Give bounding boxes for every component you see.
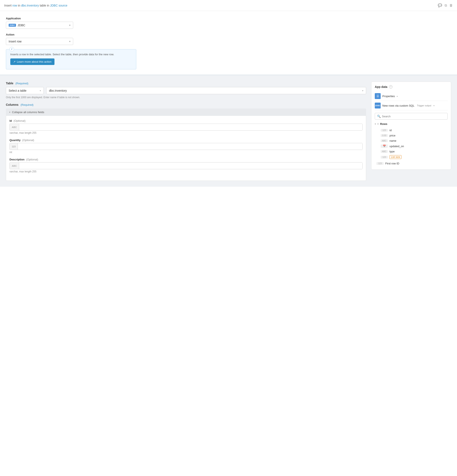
table-label: Table (Required) [6, 82, 366, 85]
info-icon: i [9, 47, 14, 51]
description-optional-label: (Optional) [26, 158, 38, 161]
id-optional-label: (Optional) [13, 119, 26, 122]
rows-triangle-icon: ▾ [375, 123, 376, 125]
table-type-select[interactable]: Select a table ▾ [6, 87, 44, 94]
data-item-id[interactable]: 123 id [375, 128, 448, 133]
data-item-type[interactable]: ABC type [375, 149, 448, 154]
collapse-label: Collapse all columns fields [12, 110, 44, 114]
columns-container: Id (Optional) ABC varchar, max length 25… [6, 116, 366, 181]
copy-icon[interactable]: ⧉ [445, 4, 447, 7]
table-required-badge: (Required) [15, 82, 28, 85]
learn-more-label: Learn more about this action [17, 60, 52, 63]
id-input-wrapper: ABC [9, 124, 362, 131]
description-hint: varchar, max length 255 [9, 170, 362, 173]
data-item-price[interactable]: 0.00 price [375, 133, 448, 138]
table-selects-row: Select a table ▾ dbo.Inventory ▾ [6, 87, 366, 94]
type-item-label: type [389, 150, 395, 153]
description-field: Description (Optional) ABC varchar, max … [9, 158, 362, 173]
external-link-icon: ↗ [13, 60, 16, 63]
comment-icon[interactable]: 💬 [438, 3, 442, 7]
data-item-list-size[interactable]: 123 List size [375, 154, 448, 160]
first-row-id-label: First row ID [385, 162, 399, 165]
columns-label: Columns (Required) [6, 103, 366, 106]
breadcrumb: Insert row in dbo.Inventory table in JDB… [4, 4, 67, 7]
search-box: 🔍 [375, 113, 448, 120]
action-label: Action [6, 33, 73, 36]
price-item-label: price [389, 134, 395, 137]
info-box: i Inserts a row in the selected table. S… [6, 49, 136, 69]
help-icon[interactable]: ? [389, 85, 392, 88]
top-bar-actions: 💬 ⧉ 🗑 [438, 3, 453, 7]
id-item-label: id [389, 129, 392, 132]
app-data-title: App data [375, 85, 387, 88]
id-type-badge: 123 [381, 129, 388, 132]
id-prefix-badge: ABC [10, 124, 19, 130]
application-select[interactable]: JDBC JDBC ▾ [6, 22, 73, 29]
type-type-badge: ABC [381, 150, 388, 153]
application-label: Application [6, 17, 73, 20]
quantity-field: Quantity (Optional) 123 int [9, 139, 362, 154]
data-item-name[interactable]: ABC name [375, 138, 448, 143]
row-link[interactable]: row [12, 4, 17, 7]
trash-icon[interactable]: 🗑 [449, 4, 453, 7]
search-icon: 🔍 [377, 115, 381, 118]
id-label: Id [9, 119, 12, 122]
id-input[interactable] [19, 124, 362, 130]
jdbc-row: JDBC New rows via custom SQL Trigger out… [375, 101, 448, 110]
upper-section: Application JDBC JDBC ▾ Action Insert ro… [0, 11, 457, 76]
jdbc-app-icon: JDBC [9, 24, 16, 27]
info-text: Inserts a row in the selected table. Sel… [10, 53, 132, 56]
table-name-chevron-icon: ▾ [362, 89, 363, 92]
application-value: JDBC [18, 24, 26, 27]
list-size-item-label: List size [389, 155, 401, 159]
learn-more-button[interactable]: ↗ Learn more about this action [10, 59, 54, 65]
top-bar: Insert row in dbo.Inventory table in JDB… [0, 0, 457, 11]
trigger-output-label: Trigger output [417, 104, 431, 107]
data-item-updated-on[interactable]: 📅 updated_on [375, 143, 448, 149]
quantity-input-wrapper: 123 [9, 143, 362, 150]
description-input[interactable] [19, 162, 362, 169]
updated-on-type-badge: 📅 [381, 144, 388, 148]
quantity-label: Quantity [9, 139, 21, 142]
properties-icon: ☰ [375, 93, 381, 99]
properties-label: Properties [382, 95, 395, 98]
table-hint: Only the first 1000 are displayed. Enter… [6, 96, 366, 99]
first-row-id-item[interactable]: 123 First row ID [375, 161, 448, 166]
description-prefix-badge: ABC [10, 162, 19, 169]
collapse-bar[interactable]: ▾ Collapse all columns fields [6, 109, 366, 116]
trigger-chevron-icon: ▾ [433, 104, 434, 107]
action-value: Insert row [9, 40, 21, 43]
properties-arrow-icon: ▸ [397, 95, 398, 97]
id-hint: varchar, max length 255 [9, 131, 362, 134]
table-name-select[interactable]: dbo.Inventory ▾ [46, 87, 366, 94]
collapse-triangle-icon: ▾ [9, 111, 10, 113]
quantity-hint: int [9, 151, 362, 154]
quantity-input[interactable] [18, 143, 362, 150]
updated-on-item-label: updated_on [389, 145, 404, 148]
first-row-type-badge: 123 [376, 162, 384, 165]
action-select[interactable]: Insert row ▾ [6, 38, 73, 45]
table-link[interactable]: dbo.Inventory [21, 4, 39, 7]
price-type-badge: 0.00 [381, 134, 388, 137]
table-name-value: dbo.Inventory [49, 89, 67, 92]
table-type-chevron-icon: ▾ [40, 89, 41, 92]
id-field: Id (Optional) ABC varchar, max length 25… [9, 119, 362, 134]
lower-section: Table (Required) Select a table ▾ dbo.In… [0, 76, 457, 187]
quantity-optional-label: (Optional) [22, 139, 34, 142]
columns-required-badge: (Required) [21, 103, 34, 106]
rows-label: Rows [380, 122, 387, 126]
properties-row[interactable]: ☰ Properties ▸ [375, 92, 448, 101]
rows-list-icon: ≡ [377, 122, 379, 126]
table-type-value: Select a table [9, 89, 26, 92]
name-item-label: name [389, 139, 397, 142]
app-data-panel: App data ? ☰ Properties ▸ JDBC New rows … [371, 82, 451, 170]
app-data-header: App data ? [375, 85, 448, 88]
application-field: Application JDBC JDBC ▾ [6, 17, 73, 29]
rows-header[interactable]: ▾ ≡ Rows [375, 122, 448, 126]
jdbc-row-label: New rows via custom SQL [382, 104, 414, 107]
source-link[interactable]: JDBC source [50, 4, 67, 7]
rows-section: ▾ ≡ Rows 123 id 0.00 price ABC name [375, 122, 448, 166]
action-field: Action Insert row ▾ [6, 33, 73, 45]
description-input-wrapper: ABC [9, 162, 362, 169]
search-input[interactable] [382, 115, 445, 118]
